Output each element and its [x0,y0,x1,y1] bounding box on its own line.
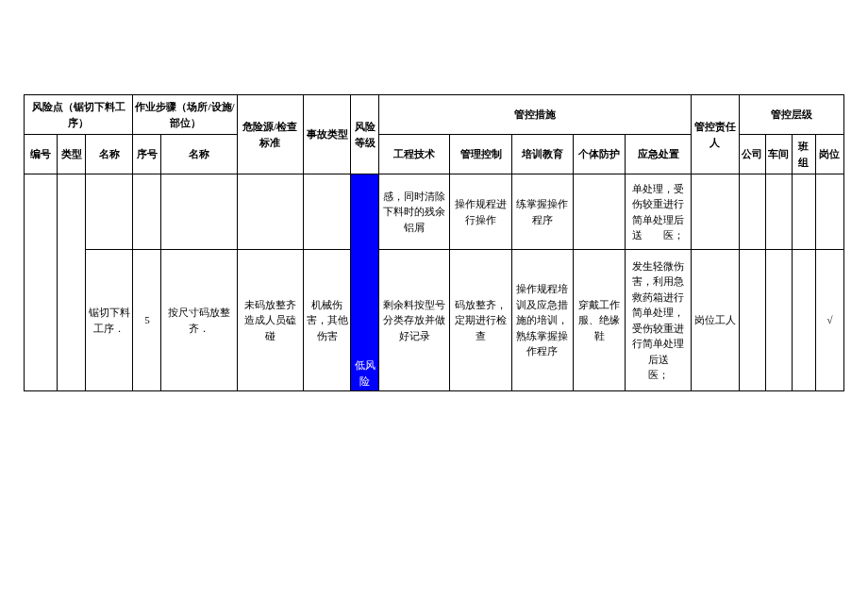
cell-risk-level: 低风险 [351,174,379,391]
cell-hazard-0 [237,174,303,250]
cell-emergency-1: 发生轻微伤害，利用急救药箱进行简单处理，受伤较重进行简单处理后送 医； [626,250,692,391]
header-management: 管理控制 [450,135,511,174]
header-emergency: 应急处置 [626,135,692,174]
cell-emergency-0: 单处理，受伤较重进行简单处理后送 医； [626,174,692,250]
cell-hazard-1: 未码放整齐造成人员磕碰 [237,250,303,391]
header-team: 班组 [792,135,815,174]
cell-accident-0 [303,174,350,250]
cell-engineering-1: 剩余料按型号分类存放并做好记录 [379,250,450,391]
cell-rp-no [25,174,58,391]
cell-training-0: 练掌握操作程序 [511,174,573,250]
cell-engineering-0: 感，同时清除下料时的残余铝屑 [379,174,450,250]
cell-ws-name-1: 按尺寸码放整齐． [161,250,237,391]
cell-workshop-1 [765,250,792,391]
cell-ws-name-0 [161,174,237,250]
cell-rp-type [58,174,86,391]
header-risk-level: 风险等级 [351,95,379,174]
header-workshop: 车间 [765,135,792,174]
cell-company-0 [739,174,765,250]
header-responsible: 管控责任人 [692,95,739,174]
header-accident-type: 事故类型 [303,95,350,174]
header-work-step: 作业步骤（场所/设施/部位） [133,95,237,135]
header-ws-no: 序号 [133,135,161,174]
data-row-1: 锯切下料工序． 5 按尺寸码放整齐． 未码放整齐造成人员磕碰 机械伤害，其他伤害… [25,250,844,391]
cell-responsible-1: 岗位工人 [692,250,739,391]
header-ws-name: 名称 [161,135,237,174]
cell-responsible-0 [692,174,739,250]
data-row-0: 低风险 感，同时清除下料时的残余铝屑 操作规程进行操作 练掌握操作程序 单处理，… [25,174,844,250]
header-training: 培训教育 [511,135,573,174]
header-company: 公司 [739,135,765,174]
cell-team-0 [792,174,815,250]
cell-team-1 [792,250,815,391]
header-rp-type: 类型 [58,135,86,174]
header-risk-point: 风险点（锯切下料工序） [25,95,133,135]
cell-accident-1: 机械伤害，其他伤害 [303,250,350,391]
cell-company-1 [739,250,765,391]
cell-management-1: 码放整齐，定期进行检查 [450,250,511,391]
risk-assessment-table: 风险点（锯切下料工序） 作业步骤（场所/设施/部位） 危险源/检查标准 事故类型… [24,94,844,391]
cell-ws-no-1: 5 [133,250,161,391]
header-post: 岗位 [815,135,843,174]
header-row-1: 风险点（锯切下料工序） 作业步骤（场所/设施/部位） 危险源/检查标准 事故类型… [25,95,844,135]
cell-management-0: 操作规程进行操作 [450,174,511,250]
cell-workshop-0 [765,174,792,250]
header-engineering: 工程技术 [379,135,450,174]
cell-training-1: 操作规程培训及应急措施的培训，熟练掌握操作程序 [511,250,573,391]
header-rp-no: 编号 [25,135,58,174]
cell-ppe-0 [573,174,625,250]
cell-post-0 [815,174,843,250]
cell-ppe-1: 穿戴工作服、绝缘鞋 [573,250,625,391]
cell-ws-no-0 [133,174,161,250]
header-control-measures: 管控措施 [379,95,692,135]
cell-rp-name-0 [86,174,133,250]
header-ppe: 个体防护 [573,135,625,174]
cell-post-1: √ [815,250,843,391]
header-control-level: 管控层级 [739,95,843,135]
cell-rp-name-1: 锯切下料工序． [86,250,133,391]
header-hazard-check: 危险源/检查标准 [237,95,303,174]
header-rp-name: 名称 [86,135,133,174]
risk-level-text: 低风险 [351,357,378,390]
